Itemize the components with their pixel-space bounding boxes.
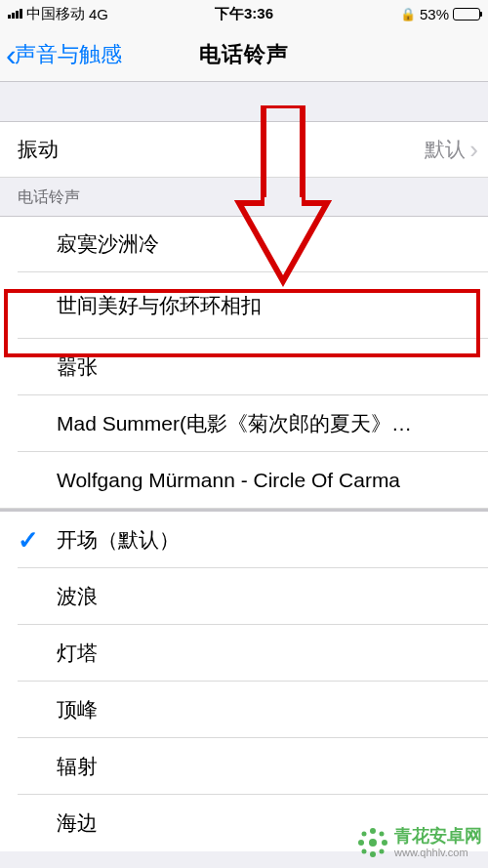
ringtone-label: 寂寞沙洲冷 <box>57 230 488 258</box>
status-bar: 中国移动 4G 下午3:36 🔒 53% <box>0 0 488 27</box>
ringtone-item[interactable]: 辐射 <box>0 738 488 795</box>
watermark-url: www.qhhlv.com <box>394 847 482 858</box>
vibration-row[interactable]: 振动 默认 › <box>0 121 488 178</box>
svg-point-10 <box>362 849 367 854</box>
svg-point-11 <box>380 849 385 854</box>
ringtone-item[interactable]: 世间美好与你环环相扣 <box>0 272 488 339</box>
watermark-brand: 青花安卓网 <box>394 827 482 847</box>
ringtone-label: 顶峰 <box>57 696 488 723</box>
status-left: 中国移动 4G <box>8 5 108 23</box>
ringtone-label: Mad Summer(电影《菊次郎的夏天》… <box>57 410 488 437</box>
watermark: 青花安卓网 www.qhhlv.com <box>355 825 482 860</box>
back-label: 声音与触感 <box>15 40 122 69</box>
ringtone-label: 嚣张 <box>57 353 488 381</box>
ringtone-item[interactable]: 波浪 <box>0 568 488 625</box>
ringtone-item[interactable]: 寂寞沙洲冷 <box>0 216 488 272</box>
page-title: 电话铃声 <box>199 40 289 69</box>
checkmark-icon: ✓ <box>18 525 39 556</box>
svg-point-4 <box>370 828 376 834</box>
ringtone-label: 开场（默认） <box>57 526 488 554</box>
svg-point-7 <box>382 840 387 846</box>
ringtone-item[interactable]: 顶峰 <box>0 682 488 738</box>
orientation-lock-icon: 🔒 <box>400 7 416 21</box>
svg-point-9 <box>380 832 385 837</box>
ringtone-item[interactable]: Mad Summer(电影《菊次郎的夏天》… <box>0 395 488 452</box>
ringtone-label: 辐射 <box>57 753 488 780</box>
ringtone-item[interactable]: Wolfgang Mürmann - Circle Of Carma <box>0 452 488 509</box>
svg-point-6 <box>358 840 364 846</box>
signal-icon <box>8 9 22 19</box>
battery-icon <box>453 8 480 21</box>
ringtone-label: 世间美好与你环环相扣 <box>57 292 488 319</box>
status-time: 下午3:36 <box>215 5 273 23</box>
ringtone-section-header: 电话铃声 <box>0 178 488 216</box>
ringtone-label: 灯塔 <box>57 640 488 667</box>
svg-point-5 <box>370 851 376 857</box>
svg-point-8 <box>362 832 367 837</box>
ringtone-label: Wolfgang Mürmann - Circle Of Carma <box>57 469 488 492</box>
carrier-label: 中国移动 <box>26 5 85 23</box>
battery-percent: 53% <box>420 6 449 22</box>
ringtone-label: 波浪 <box>57 583 488 610</box>
watermark-logo-icon <box>355 825 390 860</box>
vibration-value: 默认 <box>425 136 469 163</box>
status-right: 🔒 53% <box>400 6 480 22</box>
chevron-right-icon: › <box>469 135 488 165</box>
ringtone-item[interactable]: 灯塔 <box>0 625 488 682</box>
nav-bar: ‹ 声音与触感 电话铃声 <box>0 27 488 82</box>
svg-point-3 <box>369 839 377 847</box>
ringtone-item[interactable]: 嚣张 <box>0 339 488 395</box>
back-button[interactable]: ‹ 声音与触感 <box>6 39 122 70</box>
vibration-label: 振动 <box>18 136 425 163</box>
ringtone-item-selected[interactable]: ✓ 开场（默认） <box>0 512 488 568</box>
network-label: 4G <box>89 6 108 22</box>
